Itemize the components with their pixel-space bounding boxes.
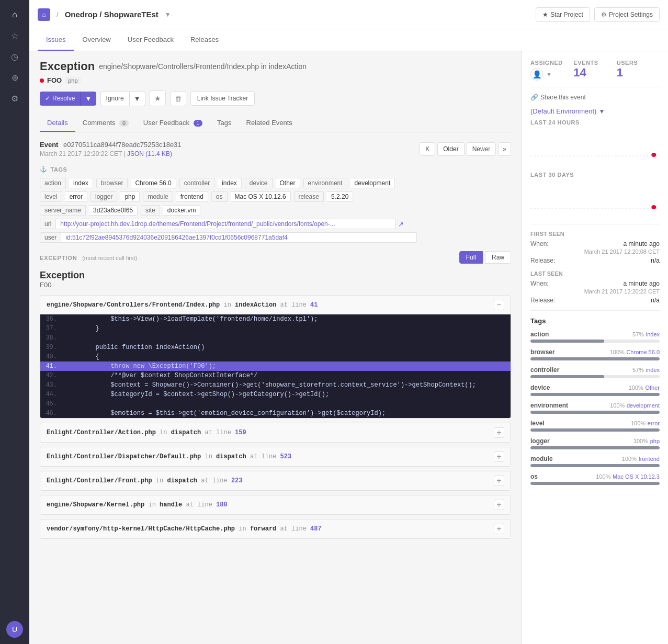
link-tracker-button[interactable]: Link Issue Tracker: [190, 91, 255, 106]
tag-bar-header-os: os 100% Mac OS X 10.12.3: [530, 472, 660, 480]
tab-comments[interactable]: Comments 0: [75, 115, 136, 132]
stack-frame-toggle-5[interactable]: +: [494, 500, 504, 510]
raw-view-button[interactable]: Raw: [485, 251, 511, 264]
code-line-38: 38.: [40, 333, 511, 343]
delete-button[interactable]: 🗑: [170, 91, 186, 106]
sidebar-clock-icon[interactable]: ◷: [6, 48, 23, 65]
tab-tags[interactable]: Tags: [210, 115, 239, 132]
tab-releases[interactable]: Releases: [182, 29, 227, 51]
event-date: March 21 2017 12:20:22 CET | JSON (11.4 …: [40, 150, 182, 157]
tag-bar-fill-logger: [530, 446, 660, 449]
event-label: Event: [40, 141, 58, 149]
tag-bar-fill-controller: [530, 375, 604, 378]
assigned-user-icon[interactable]: 👤: [530, 68, 543, 81]
tag-val-browser[interactable]: Chrome 56.0: [131, 178, 176, 188]
tag-val-environment[interactable]: development: [350, 178, 395, 188]
sidebar-globe-icon[interactable]: ⊕: [6, 69, 23, 86]
tag-val-os[interactable]: Mac OS X 10.12.6: [231, 191, 291, 202]
assigned-label: ASSIGNED: [530, 60, 573, 66]
resolve-button[interactable]: ✓ Resolve: [40, 92, 80, 106]
tag-bar-name-action: action: [530, 331, 549, 338]
first-seen-section: FIRST SEEN When: a minute ago March 21 2…: [530, 231, 660, 264]
tag-key-logger: logger: [90, 191, 117, 202]
tag-val-release[interactable]: 5.2.20: [327, 191, 353, 202]
tag-val-action[interactable]: index: [69, 178, 93, 188]
stack-frame-toggle-4[interactable]: +: [494, 476, 504, 486]
older-event-button[interactable]: Older: [437, 142, 464, 156]
assigned-dropdown-icon[interactable]: ▼: [546, 71, 552, 77]
last-seen-date: March 21 2017 12:20:22 CET: [530, 288, 660, 295]
project-settings-button[interactable]: ⚙ Project Settings: [594, 7, 660, 22]
last-seen-section: LAST SEEN When: a minute ago March 21 20…: [530, 270, 660, 304]
last24-label: LAST 24 HOURS: [530, 119, 660, 126]
tag-key-level: level: [40, 191, 62, 202]
bookmark-button[interactable]: ★: [150, 91, 166, 106]
stack-frame-file-6: vendor/symfony/http-kernel/HttpCache/Htt…: [47, 525, 322, 533]
stack-frame-toggle-2[interactable]: +: [494, 427, 504, 438]
user-avatar[interactable]: U: [6, 621, 23, 638]
sidebar-star-icon[interactable]: ☆: [6, 27, 23, 44]
ignore-dropdown-button[interactable]: ▼: [130, 91, 145, 106]
star-project-button[interactable]: ★ Star Project: [536, 7, 590, 22]
tab-user-feedback[interactable]: User Feedback: [119, 29, 182, 51]
stack-frame-1: engine/Shopware/Controllers/Frontend/Ind…: [40, 295, 511, 419]
tag-val-module[interactable]: frontend: [176, 191, 208, 202]
tab-related-events[interactable]: Related Events: [239, 115, 300, 132]
users-value: 1: [617, 66, 660, 80]
tag-val-device[interactable]: Other: [276, 178, 300, 188]
code-line-39: 39. public function indexAction(): [40, 343, 511, 352]
resolve-dropdown-button[interactable]: ▼: [80, 92, 96, 106]
home-breadcrumb-icon[interactable]: ⌂: [38, 8, 50, 21]
tag-bar-meta-browser: 100% Chrome 56.0: [610, 348, 660, 356]
tag-val-level[interactable]: error: [65, 191, 87, 202]
last-24-chart: [530, 130, 660, 161]
code-line-44: 44. $categoryId = $context->getShop()->g…: [40, 390, 511, 399]
tag-val-url[interactable]: http://your-project.hh.dev.1drop.de/them…: [56, 219, 396, 229]
stack-frame-toggle-1[interactable]: −: [494, 300, 504, 310]
first-seen-when-value: a minute ago: [624, 240, 660, 247]
event-navigation: K Older Newer »: [420, 142, 511, 156]
first-event-button[interactable]: K: [420, 142, 435, 156]
stack-frame-toggle-3[interactable]: +: [494, 451, 504, 462]
tag-val-controller[interactable]: index: [218, 178, 242, 188]
tag-val-server-name[interactable]: 3d23a6ce0f65: [89, 205, 138, 216]
tag-val-logger[interactable]: php: [120, 191, 140, 202]
main-nav-tabs: Issues Overview User Feedback Releases: [29, 29, 668, 51]
full-view-button[interactable]: Full: [459, 251, 483, 264]
tag-bar-meta-level: 100% error: [631, 419, 660, 427]
tag-val-site[interactable]: docker.vm: [163, 205, 201, 216]
sidebar-home-icon[interactable]: ⌂: [6, 6, 23, 23]
action-bar: ✓ Resolve ▼ Ignore ▼ ★ 🗑 Link Issue Trac…: [40, 91, 511, 106]
breadcrumb-separator: /: [56, 10, 59, 18]
svg-point-1: [651, 153, 656, 157]
code-line-41: 41. throw new \Exception('F00');: [40, 361, 511, 371]
tab-user-feedback-detail[interactable]: User Feedback 1: [136, 115, 210, 132]
code-line-45: 45.: [40, 399, 511, 409]
assigned-icon-row: 👤 ▼: [530, 68, 573, 81]
event-json-link[interactable]: JSON (11.4 KB): [127, 150, 172, 157]
last-event-button[interactable]: »: [498, 142, 511, 156]
tab-overview[interactable]: Overview: [74, 29, 119, 51]
ignore-button[interactable]: Ignore: [100, 91, 130, 106]
stack-frame-toggle-6[interactable]: +: [494, 524, 504, 534]
stack-frame-5: engine/Shopware/Kernel.php in handle at …: [40, 495, 511, 515]
tag-val-user[interactable]: id:51c72f92ae8945376d924036e209186426ae1…: [61, 232, 417, 243]
tab-details[interactable]: Details: [40, 115, 75, 132]
stats-row: ASSIGNED 👤 ▼ EVENTS 14 USERS 1: [530, 60, 660, 81]
events-value: 14: [573, 66, 616, 80]
environment-selector[interactable]: (Default Environment) ▼: [530, 107, 660, 115]
project-dropdown-icon[interactable]: ▼: [165, 11, 171, 18]
sidebar-gear-icon[interactable]: ⚙: [6, 90, 23, 107]
tag-bar-header-environment: environment 100% development: [530, 401, 660, 409]
tag-bar-level: level 100% error: [530, 419, 660, 432]
exception-section-title-group: EXCEPTION (most recent call first): [40, 254, 137, 262]
tag-row-2: levelerror loggerphp modulefrontend osMa…: [40, 191, 511, 202]
tag-row-user: user id:51c72f92ae8945376d924036e2091864…: [40, 232, 511, 243]
tag-bar-device: device 100% Other: [530, 383, 660, 396]
newer-event-button[interactable]: Newer: [467, 142, 496, 156]
svg-point-3: [651, 205, 656, 209]
tab-issues[interactable]: Issues: [38, 29, 74, 51]
share-event-link[interactable]: 🔗 Share this event: [530, 94, 660, 101]
tag-bar-name-os: os: [530, 473, 538, 480]
status-dot: [40, 78, 44, 83]
